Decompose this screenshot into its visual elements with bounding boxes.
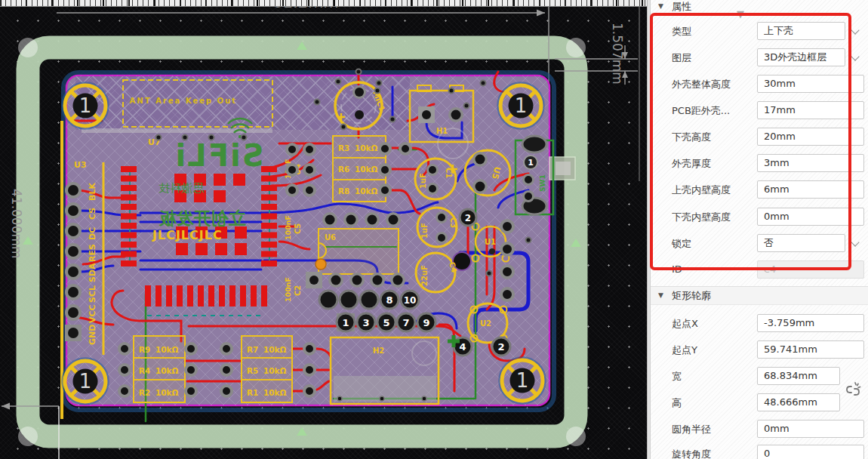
svg-text:R6: R6 [338,165,349,174]
height-input[interactable]: 48.666mm [757,393,840,411]
svg-text:8: 8 [386,294,392,306]
svg-text:R4: R4 [139,366,150,375]
svg-text:U2: U2 [480,319,491,328]
start-y-input[interactable]: 59.741mm [757,340,864,359]
pcb-editor-canvas[interactable]: 61.2mm 1.507mm 41.000mm ANT Area Keep Ou… [0,0,647,459]
svg-text:BLK: BLK [88,183,97,201]
svg-text:R2: R2 [139,388,150,397]
svg-text:100nF: 100nF [284,277,292,302]
svg-text:C1: C1 [445,168,453,178]
resistor-group-1[interactable]: R310kΩ R610kΩ R810kΩ [333,136,386,202]
svg-text:C2: C2 [294,285,302,296]
width-input[interactable]: 68.834mm [757,367,840,385]
section-header-rect-outline[interactable]: ▼ 矩形轮廓 [651,286,868,305]
prop-label: 宽 [672,370,682,384]
prop-label: PCB距外壳... [672,104,730,118]
collapse-triangle-icon: ▼ [658,291,663,299]
svg-text:R8: R8 [338,186,349,196]
svg-text:1: 1 [342,317,349,328]
start-x-input[interactable]: -3.759mm [757,314,864,332]
chevron-down-icon[interactable] [851,238,859,246]
chevron-down-icon[interactable] [851,52,859,60]
svg-text:10kΩ: 10kΩ [155,345,179,354]
prop-row-start-x: 起点X -3.759mm [651,314,868,334]
prop-row-width: 宽 68.834mm [651,367,868,387]
prop-label: 类型 [672,25,691,39]
prop-row-lower-shell-height: 下壳高度 20mm [651,128,868,147]
prop-row-rotation: 旋转角度 0 [651,445,868,459]
svg-text:1: 1 [515,94,528,117]
prop-label: 圆角半径 [672,423,711,436]
chevron-down-icon[interactable] [851,26,859,34]
module-logo: SiFLi [174,138,263,173]
prop-row-upper-wall-height: 上壳内壁高度 6mm [651,180,868,200]
svg-text:SDA: SDA [88,263,97,282]
module-logo-cn-big: 立创开发板 [159,208,247,228]
prop-row-type: 类型 上下壳 [651,22,868,42]
resistor-group-3[interactable]: R710kΩ R510kΩ R110kΩ [242,336,292,402]
prop-row-start-y: 起点Y 59.741mm [651,340,868,360]
prop-row-layer: 图层 3D外壳边框层 [651,48,868,68]
svg-text:2: 2 [497,341,504,353]
upper-wall-height-input[interactable]: 6mm [757,180,864,199]
prop-row-shell-thickness: 外壳厚度 3mm [651,154,868,174]
shell-height-input[interactable]: 30mm [757,75,864,93]
lock-select[interactable]: 否 [757,234,845,252]
svg-text:10kΩ: 10kΩ [355,165,378,174]
svg-text:H2: H2 [373,347,384,355]
svg-text:C5: C5 [294,223,302,234]
svg-text:2: 2 [465,213,471,223]
prop-label: 下壳高度 [672,131,711,144]
svg-text:10kΩ: 10kΩ [155,366,179,375]
pcb-drawing: 61.2mm 1.507mm 41.000mm ANT Area Keep Ou… [0,0,647,459]
svg-text:10kΩ: 10kΩ [263,345,287,354]
prop-label: 外壳整体高度 [672,78,731,91]
scroll-triangle-icon: ▼ [737,8,744,20]
lower-wall-height-input[interactable]: 0mm [757,208,864,226]
svg-text:VCC: VCC [88,304,97,323]
svg-text:SCL: SCL [88,285,97,303]
prop-row-corner-radius: 圆角半径 0mm [651,420,868,439]
prop-row-lower-wall-height: 下壳内壁高度 0mm [651,208,868,227]
svg-text:RES: RES [88,244,97,262]
rotation-input[interactable]: 0 [757,445,864,459]
svg-text:10: 10 [404,295,417,306]
corner-radius-input[interactable]: 0mm [757,420,864,438]
svg-text:R1: R1 [247,388,258,397]
shell-thickness-input[interactable]: 3mm [757,154,864,172]
type-select[interactable]: 上下壳 [757,22,845,40]
svg-text:10kΩ: 10kΩ [355,186,378,196]
svg-text:CS: CS [88,208,97,220]
svg-text:3: 3 [362,317,369,328]
svg-text:4: 4 [459,341,466,353]
prop-label: 锁定 [672,237,691,251]
section-title: 属性 [672,0,691,14]
svg-text:9: 9 [423,317,429,328]
module-logo-cn-small: 思澈科技 [159,181,205,195]
section-title: 矩形轮廓 [672,289,711,303]
layer-select[interactable]: 3D外壳边框层 [757,48,845,66]
dim-right-label: 1.507mm [610,23,625,85]
prop-row-lock: 锁定 否 [651,234,868,254]
lower-shell-height-input[interactable]: 20mm [757,128,864,146]
resistor-group-2[interactable]: R910kΩ R410kΩ R210kΩ [134,336,185,402]
svg-text:C3: C3 [449,217,457,228]
prop-label: 图层 [672,51,691,65]
svg-text:10kΩ: 10kΩ [355,143,378,152]
prop-label: 高 [672,396,682,410]
prop-label: 旋转角度 [672,448,711,459]
svg-text:5: 5 [383,317,389,328]
svg-text:1uF: 1uF [419,173,427,189]
svg-text:10kΩ: 10kΩ [263,388,287,397]
svg-text:1: 1 [79,370,92,393]
svg-text:1: 1 [528,158,534,168]
pcb-distance-input[interactable]: 17mm [757,101,864,119]
prop-row-shell-height: 外壳整体高度 30mm [651,75,868,94]
svg-text:100nF: 100nF [284,215,292,240]
link-sync-icon[interactable] [844,380,862,400]
section-header-properties[interactable]: ▼ 属性 [651,0,868,13]
svg-text:U6: U6 [325,233,336,242]
prop-row-id: ID e4 [651,260,868,280]
silk-center-label: JLCJLCJLC [152,228,223,242]
prop-label: 下壳内壁高度 [672,211,731,224]
